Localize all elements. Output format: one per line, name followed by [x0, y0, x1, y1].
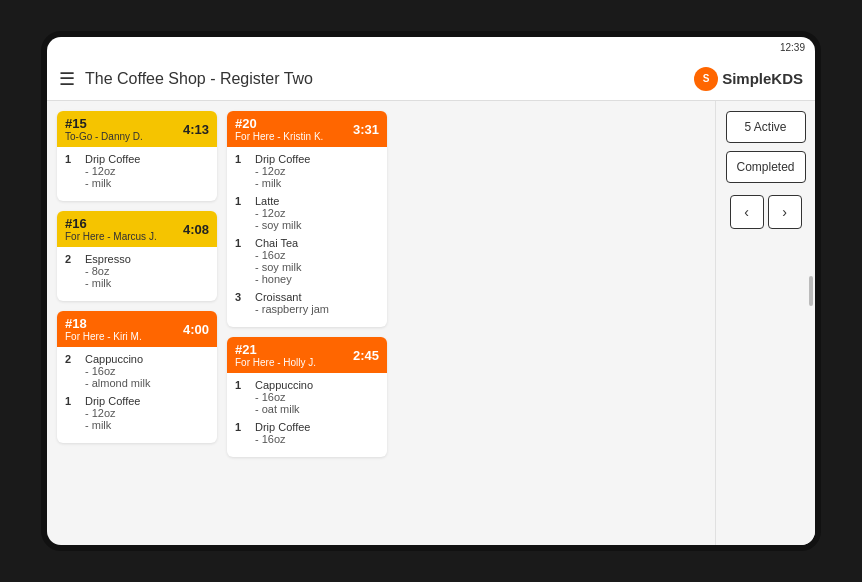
item-qty: 1	[235, 195, 249, 231]
order-item: 2Cappuccino- 16oz- almond milk	[65, 353, 209, 389]
item-modifier: - almond milk	[85, 377, 150, 389]
item-name: Drip Coffee	[255, 421, 310, 433]
item-details: Cappuccino- 16oz- almond milk	[85, 353, 150, 389]
order-card-header: #16For Here - Marcus J.4:08	[57, 211, 217, 247]
order-card-body: 2Cappuccino- 16oz- almond milk1Drip Coff…	[57, 347, 217, 443]
order-card-body: 1Drip Coffee- 12oz- milk	[57, 147, 217, 201]
completed-button[interactable]: Completed	[726, 151, 806, 183]
next-button[interactable]: ›	[768, 195, 802, 229]
item-modifier: - oat milk	[255, 403, 313, 415]
order-number: #16	[65, 216, 157, 231]
order-item: 1Drip Coffee- 12oz- milk	[65, 153, 209, 189]
order-card[interactable]: #21For Here - Holly J.2:451Cappuccino- 1…	[227, 337, 387, 457]
item-qty: 1	[235, 379, 249, 415]
nav-buttons: ‹ ›	[730, 195, 802, 229]
item-details: Chai Tea- 16oz- soy milk- honey	[255, 237, 301, 285]
order-time: 4:13	[183, 122, 209, 137]
order-label: For Here - Kristin K.	[235, 131, 323, 142]
order-label: For Here - Marcus J.	[65, 231, 157, 242]
logo-icon: S	[694, 67, 718, 91]
prev-button[interactable]: ‹	[730, 195, 764, 229]
active-button[interactable]: 5 Active	[726, 111, 806, 143]
order-card-header: #15To-Go - Danny D.4:13	[57, 111, 217, 147]
item-name: Drip Coffee	[85, 395, 140, 407]
order-number: #21	[235, 342, 316, 357]
item-modifier: - 12oz	[255, 207, 301, 219]
order-card-body: 1Cappuccino- 16oz- oat milk1Drip Coffee-…	[227, 373, 387, 457]
order-item: 1Cappuccino- 16oz- oat milk	[235, 379, 379, 415]
item-name: Cappuccino	[255, 379, 313, 391]
item-name: Latte	[255, 195, 301, 207]
order-label: For Here - Kiri M.	[65, 331, 142, 342]
item-qty: 1	[235, 153, 249, 189]
item-modifier: - raspberry jam	[255, 303, 329, 315]
status-bar: 12:39	[47, 37, 815, 57]
order-time: 3:31	[353, 122, 379, 137]
item-qty: 1	[65, 395, 79, 431]
main-content: #15To-Go - Danny D.4:131Drip Coffee- 12o…	[47, 101, 815, 545]
item-modifier: - 12oz	[255, 165, 310, 177]
order-item: 1Drip Coffee- 12oz- milk	[65, 395, 209, 431]
item-name: Chai Tea	[255, 237, 301, 249]
item-qty: 1	[235, 237, 249, 285]
app-logo: S SimpleKDS	[694, 67, 803, 91]
order-time: 4:08	[183, 222, 209, 237]
order-number: #20	[235, 116, 323, 131]
order-card[interactable]: #20For Here - Kristin K.3:311Drip Coffee…	[227, 111, 387, 327]
order-number: #18	[65, 316, 142, 331]
order-card-header: #20For Here - Kristin K.3:31	[227, 111, 387, 147]
item-qty: 3	[235, 291, 249, 315]
item-details: Croissant- raspberry jam	[255, 291, 329, 315]
item-qty: 1	[65, 153, 79, 189]
item-details: Espresso- 8oz- milk	[85, 253, 131, 289]
order-card-header: #18For Here - Kiri M.4:00	[57, 311, 217, 347]
order-time: 4:00	[183, 322, 209, 337]
item-modifier: - 8oz	[85, 265, 131, 277]
item-modifier: - soy milk	[255, 261, 301, 273]
item-details: Drip Coffee- 12oz- milk	[85, 395, 140, 431]
item-name: Espresso	[85, 253, 131, 265]
item-modifier: - 12oz	[85, 407, 140, 419]
order-column: #20For Here - Kristin K.3:311Drip Coffee…	[227, 111, 387, 535]
item-name: Drip Coffee	[85, 153, 140, 165]
order-label: To-Go - Danny D.	[65, 131, 143, 142]
order-card-body: 2Espresso- 8oz- milk	[57, 247, 217, 301]
orders-area: #15To-Go - Danny D.4:131Drip Coffee- 12o…	[47, 101, 715, 545]
item-name: Croissant	[255, 291, 329, 303]
item-modifier: - soy milk	[255, 219, 301, 231]
item-qty: 2	[65, 253, 79, 289]
sidebar: 5 Active Completed ‹ ›	[715, 101, 815, 545]
scroll-handle	[809, 276, 813, 306]
app-title: The Coffee Shop - Register Two	[85, 70, 694, 88]
item-modifier: - 12oz	[85, 165, 140, 177]
item-modifier: - 16oz	[255, 391, 313, 403]
item-details: Latte- 12oz- soy milk	[255, 195, 301, 231]
order-number: #15	[65, 116, 143, 131]
order-column: #15To-Go - Danny D.4:131Drip Coffee- 12o…	[57, 111, 217, 535]
order-card[interactable]: #16For Here - Marcus J.4:082Espresso- 8o…	[57, 211, 217, 301]
order-time: 2:45	[353, 348, 379, 363]
item-modifier: - 16oz	[255, 249, 301, 261]
tablet-frame: 12:39 ☰ The Coffee Shop - Register Two S…	[41, 31, 821, 551]
item-name: Drip Coffee	[255, 153, 310, 165]
menu-icon[interactable]: ☰	[59, 68, 75, 90]
order-item: 1Drip Coffee- 16oz	[235, 421, 379, 445]
item-details: Cappuccino- 16oz- oat milk	[255, 379, 313, 415]
order-card[interactable]: #15To-Go - Danny D.4:131Drip Coffee- 12o…	[57, 111, 217, 201]
item-qty: 1	[235, 421, 249, 445]
order-item: 2Espresso- 8oz- milk	[65, 253, 209, 289]
order-item: 1Drip Coffee- 12oz- milk	[235, 153, 379, 189]
order-item: 1Chai Tea- 16oz- soy milk- honey	[235, 237, 379, 285]
order-card-header: #21For Here - Holly J.2:45	[227, 337, 387, 373]
item-details: Drip Coffee- 12oz- milk	[85, 153, 140, 189]
item-modifier: - milk	[85, 277, 131, 289]
item-details: Drip Coffee- 12oz- milk	[255, 153, 310, 189]
item-name: Cappuccino	[85, 353, 150, 365]
status-time: 12:39	[780, 42, 805, 53]
item-details: Drip Coffee- 16oz	[255, 421, 310, 445]
order-card[interactable]: #18For Here - Kiri M.4:002Cappuccino- 16…	[57, 311, 217, 443]
app-header: ☰ The Coffee Shop - Register Two S Simpl…	[47, 57, 815, 101]
item-modifier: - milk	[85, 177, 140, 189]
item-modifier: - 16oz	[255, 433, 310, 445]
order-card-body: 1Drip Coffee- 12oz- milk1Latte- 12oz- so…	[227, 147, 387, 327]
